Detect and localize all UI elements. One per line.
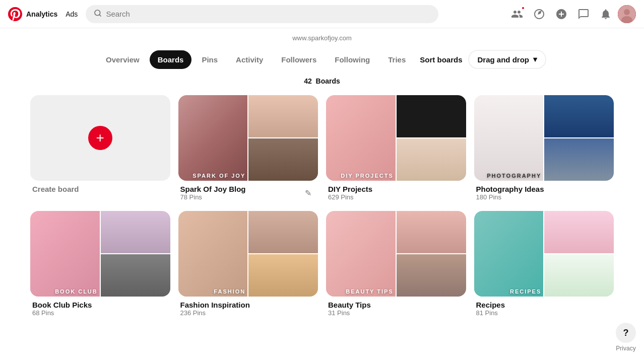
- board-main-image-spark: SPARK OF JOY: [178, 95, 248, 181]
- create-board-label: Create board: [30, 181, 170, 197]
- create-board-card[interactable]: + Create board: [30, 95, 170, 203]
- board-title-text-recipes: Recipes 81 Pins: [476, 301, 505, 317]
- pinterest-logo[interactable]: [8, 7, 22, 21]
- board-card-photography[interactable]: PHOTOGRAPHY Photography Ideas 180 Pins: [474, 95, 614, 203]
- board-title-fashion: Fashion Inspiration: [180, 301, 250, 309]
- board-title-diy: DIY Projects: [328, 185, 372, 193]
- board-title-text-diy: DIY Projects 629 Pins: [328, 185, 372, 201]
- board-pins-photo: 180 Pins: [476, 193, 544, 201]
- board-pins-book: 68 Pins: [32, 309, 92, 317]
- board-side-images-beauty: [397, 211, 466, 297]
- help-button[interactable]: ?: [616, 323, 636, 343]
- create-board-bg: +: [30, 95, 170, 181]
- board-card-book-club[interactable]: BOOK CLUB Book Club Picks 68 Pins: [30, 211, 170, 319]
- analytics-link[interactable]: Analytics: [26, 10, 57, 18]
- profile-section: www.sparkofjoy.com Overview Boards Pins …: [0, 28, 644, 95]
- board-title-book: Book Club Picks: [32, 301, 92, 309]
- board-card-beauty[interactable]: BEAUTY TIPS Beauty Tips 31 Pins: [326, 211, 466, 319]
- board-info-beauty: Beauty Tips 31 Pins: [326, 297, 466, 319]
- board-pins: 78 Pins: [180, 193, 246, 201]
- board-pins-recipes: 81 Pins: [476, 309, 505, 317]
- board-info-photo: Photography Ideas 180 Pins: [474, 181, 614, 203]
- nav-tabs: Overview Boards Pins Activity Followers …: [98, 50, 546, 69]
- tab-boards[interactable]: Boards: [150, 50, 192, 69]
- tab-tries[interactable]: Tries: [380, 50, 414, 69]
- privacy-link[interactable]: Privacy: [616, 345, 635, 352]
- boards-number: 42: [304, 77, 312, 85]
- compass-button[interactable]: [529, 4, 549, 24]
- board-images-recipes: RECIPES: [474, 211, 614, 297]
- board-info-spark: Spark Of Joy Blog 78 Pins ✎: [178, 181, 318, 203]
- board-title-photo: Photography Ideas: [476, 185, 544, 193]
- board-pins-diy: 629 Pins: [328, 193, 372, 201]
- bell-button[interactable]: [596, 4, 616, 24]
- board-title-text-book: Book Club Picks 68 Pins: [32, 301, 92, 317]
- add-button[interactable]: [551, 4, 571, 24]
- privacy-footer: ? Privacy: [616, 323, 636, 352]
- board-side-images-recipes: [544, 211, 614, 297]
- board-title: Spark Of Joy Blog: [180, 185, 246, 193]
- board-info-recipes: Recipes 81 Pins: [474, 297, 614, 319]
- chevron-down-icon: ▾: [533, 55, 537, 64]
- ads-link[interactable]: Ads: [66, 10, 78, 18]
- search-input[interactable]: [106, 10, 430, 18]
- avatar[interactable]: [618, 5, 636, 23]
- board-card-diy[interactable]: DIY PROJECTS DIY Projects 629 Pins: [326, 95, 466, 203]
- board-side-images-spark: [248, 95, 318, 181]
- board-title-text: Spark Of Joy Blog 78 Pins: [180, 185, 246, 201]
- board-pins-fashion: 236 Pins: [180, 309, 250, 317]
- tab-followers[interactable]: Followers: [273, 50, 325, 69]
- board-side-images-photo: [544, 95, 614, 181]
- boards-grid: + Create board SPARK OF JOY Spark Of Joy…: [0, 95, 644, 339]
- sort-dropdown[interactable]: Drag and drop ▾: [468, 50, 546, 69]
- svg-line-1: [99, 15, 101, 16]
- board-info-fashion: Fashion Inspiration 236 Pins: [178, 297, 318, 319]
- board-side-images-diy: [397, 95, 466, 181]
- people-button[interactable]: [507, 4, 527, 24]
- board-images-photo: PHOTOGRAPHY: [474, 95, 614, 181]
- board-images-diy: DIY PROJECTS: [326, 95, 466, 181]
- board-images-beauty: BEAUTY TIPS: [326, 211, 466, 297]
- search-bar[interactable]: [86, 5, 438, 23]
- svg-point-3: [624, 9, 630, 15]
- board-title-beauty: Beauty Tips: [328, 301, 371, 309]
- board-images-spark: SPARK OF JOY: [178, 95, 318, 181]
- profile-website: www.sparkofjoy.com: [292, 34, 352, 42]
- board-title-text-beauty: Beauty Tips 31 Pins: [328, 301, 371, 317]
- board-info-diy: DIY Projects 629 Pins: [326, 181, 466, 203]
- boards-count: 42 Boards: [304, 77, 340, 85]
- chat-button[interactable]: [573, 4, 594, 24]
- search-icon: [94, 9, 102, 19]
- boards-label: Boards: [316, 77, 340, 85]
- avatar-inner: [618, 5, 636, 23]
- tab-following[interactable]: Following: [327, 50, 378, 69]
- board-images-book: BOOK CLUB: [30, 211, 170, 297]
- board-card-spark-of-joy[interactable]: SPARK OF JOY Spark Of Joy Blog 78 Pins ✎: [178, 95, 318, 203]
- board-edit-button[interactable]: ✎: [300, 185, 316, 201]
- app-header: Analytics Ads: [0, 0, 644, 28]
- board-title-text-photo: Photography Ideas 180 Pins: [476, 185, 544, 201]
- board-title-recipes: Recipes: [476, 301, 505, 309]
- sort-dropdown-value: Drag and drop: [477, 55, 529, 64]
- board-side-images-book: [101, 211, 170, 297]
- board-card-recipes[interactable]: RECIPES Recipes 81 Pins: [474, 211, 614, 319]
- board-images-fashion: FASHION: [178, 211, 318, 297]
- board-info-book: Book Club Picks 68 Pins: [30, 297, 170, 319]
- notification-dot: [521, 6, 525, 10]
- board-pins-beauty: 31 Pins: [328, 309, 371, 317]
- sort-boards-label[interactable]: Sort boards: [420, 55, 462, 64]
- create-board-plus-icon: +: [88, 126, 112, 150]
- tab-activity[interactable]: Activity: [228, 50, 271, 69]
- board-card-fashion[interactable]: FASHION Fashion Inspiration 236 Pins: [178, 211, 318, 319]
- tab-pins[interactable]: Pins: [194, 50, 226, 69]
- board-side-images-fashion: [248, 211, 318, 297]
- board-overlay-label: SPARK OF JOY: [190, 171, 247, 181]
- header-icons: [507, 4, 636, 24]
- tab-overview[interactable]: Overview: [98, 50, 148, 69]
- board-title-text-fashion: Fashion Inspiration 236 Pins: [180, 301, 250, 317]
